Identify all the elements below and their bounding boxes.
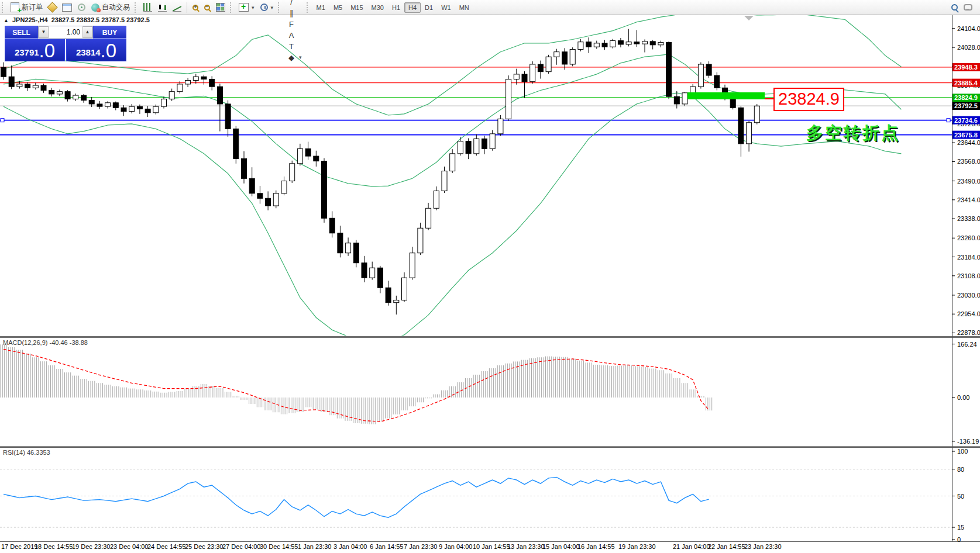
trendline-tool[interactable]: / (284, 0, 305, 8)
toolbar-grip[interactable] (2, 2, 6, 13)
bear-candle-body (338, 233, 343, 253)
bear-candle-body (377, 268, 383, 288)
bull-candle-body (474, 139, 479, 153)
time-axis[interactable]: 17 Dec 201918 Dec 14:5519 Dec 23:3023 De… (1, 543, 782, 550)
time-tick-label: 22 Jan 14:55 (708, 543, 745, 550)
line-drag-handle[interactable] (1, 119, 4, 122)
tab-timeframe-h1[interactable]: H1 (388, 2, 404, 13)
macd-tick-label: 166.24 (957, 341, 977, 348)
tab-timeframe-w1[interactable]: W1 (437, 2, 455, 13)
market-watch-button[interactable] (59, 2, 75, 13)
search-button[interactable] (948, 2, 961, 13)
candlestick-chart-icon (158, 3, 167, 12)
arrows-tool[interactable]: ◆▾ (284, 52, 305, 63)
macd-pane[interactable] (1, 344, 712, 424)
label-tool[interactable]: T (284, 41, 305, 52)
price-level-callout[interactable]: 23824.9 (773, 88, 844, 111)
bull-candle-body (594, 43, 599, 47)
time-tick-label: 9 Jan 04:00 (439, 543, 473, 550)
main-price-pane[interactable] (0, 12, 952, 343)
bull-candle-body (642, 42, 648, 44)
sell-price-display[interactable]: 23791 .0 (5, 39, 65, 61)
main-toolbar: 新订单 自动交易 + − ▾ ▾ ↖+|—/∥FAT◆▾ (0, 0, 980, 15)
line-drag-handle[interactable] (947, 119, 950, 122)
bear-candle-body (538, 64, 543, 72)
price-chart-canvas[interactable]: 24104.024028.023952.023874.023796.023720… (0, 0, 980, 553)
collapse-triangle-icon[interactable]: ▲ (4, 18, 9, 23)
toolbar-grip[interactable] (307, 2, 311, 13)
bull-candle-body (450, 154, 455, 171)
bear-candle-body (65, 92, 70, 99)
bull-candle-body (17, 84, 22, 87)
rsi-line (4, 477, 709, 517)
tab-timeframe-m5[interactable]: M5 (329, 2, 346, 13)
tab-timeframe-mn[interactable]: MN (455, 2, 473, 13)
time-tick-label: 7 Jan 23:30 (404, 543, 438, 550)
sell-button[interactable]: SELL (5, 26, 38, 39)
tab-timeframe-m1[interactable]: M1 (312, 2, 329, 13)
tab-timeframe-m30[interactable]: M30 (367, 2, 388, 13)
bull-candle-body (273, 193, 278, 206)
highlight-zone-rect[interactable] (687, 92, 765, 99)
bull-candle-body (434, 191, 439, 209)
bull-candle-body (498, 119, 503, 133)
tab-timeframe-h4[interactable]: H4 (404, 2, 421, 13)
drawing-toolbar: ↖+|—/∥FAT◆▾ (284, 0, 305, 63)
channel-tool[interactable]: ∥ (284, 8, 305, 19)
zoom-out-button[interactable]: − (201, 2, 213, 13)
auto-trading-button[interactable]: 自动交易 (88, 2, 133, 13)
price-axis[interactable]: 24104.024028.023952.023874.023796.023720… (952, 25, 980, 543)
indicators-icon (239, 3, 249, 12)
chat-button[interactable] (961, 2, 975, 13)
periods-button[interactable]: ▾ (257, 2, 277, 13)
buy-button[interactable]: BUY (93, 26, 126, 39)
candles-group (1, 29, 760, 314)
market-watch-icon (62, 4, 72, 12)
signal-button[interactable] (75, 2, 88, 13)
profile-button[interactable] (46, 2, 59, 13)
rsi-pane[interactable] (0, 469, 952, 527)
volume-input[interactable]: 1.00 (49, 26, 82, 38)
bear-candle-body (353, 243, 359, 263)
bull-candle-body (626, 42, 631, 44)
zoom-out-icon: − (204, 5, 210, 11)
bear-candle-body (634, 42, 639, 44)
text-tool[interactable]: A (284, 30, 305, 41)
macd-tick-label: 0.00 (957, 394, 969, 401)
chart-title: ▲ JPN225-,H4 23827.5 23832.5 23787.5 237… (4, 16, 150, 23)
bull-candle-body (490, 134, 495, 148)
toolbar-grip[interactable] (230, 2, 234, 13)
zoom-in-button[interactable]: + (190, 2, 201, 13)
line-chart-button[interactable] (170, 2, 184, 13)
volume-decrease-button[interactable]: ▼ (39, 26, 49, 38)
sell-price-main: 23791 (15, 47, 39, 57)
new-order-button[interactable]: 新订单 (8, 2, 46, 13)
toolbar-grip[interactable] (135, 2, 139, 13)
bar-chart-icon (143, 3, 152, 12)
turning-point-note[interactable]: 多空转折点 (806, 122, 900, 145)
volume-increase-button[interactable]: ▲ (82, 26, 92, 38)
macd-tick-label: -136.19 (957, 438, 979, 445)
bear-candle-body (305, 148, 311, 156)
price-badge-label: 23824.9 (954, 94, 978, 101)
signal-icon (78, 4, 85, 11)
toolbar-grip[interactable] (278, 2, 282, 13)
chevron-down-icon: ▾ (299, 54, 302, 60)
time-tick-label: 19 Dec 23:30 (72, 543, 110, 550)
candlestick-chart-button[interactable] (155, 2, 170, 13)
buy-price-display[interactable]: 23814 .0 (66, 39, 126, 61)
bull-candle-body (193, 77, 198, 80)
timeframe-toolbar: M1M5M15M30H1H4D1W1MN (312, 4, 473, 12)
bull-candle-body (153, 106, 159, 113)
tab-timeframe-d1[interactable]: D1 (421, 2, 437, 13)
bear-candle-body (386, 288, 391, 302)
time-tick-label: 16 Jan 14:55 (577, 543, 615, 550)
indicators-button[interactable]: ▾ (236, 2, 257, 13)
fibonacci-tool[interactable]: F (284, 19, 305, 30)
tab-timeframe-m15[interactable]: M15 (346, 2, 367, 13)
tile-windows-button[interactable] (213, 2, 228, 13)
chart-shift-marker-icon[interactable] (744, 16, 754, 20)
bar-chart-button[interactable] (140, 2, 155, 13)
auto-trading-icon (91, 4, 99, 12)
chat-icon (964, 4, 972, 11)
